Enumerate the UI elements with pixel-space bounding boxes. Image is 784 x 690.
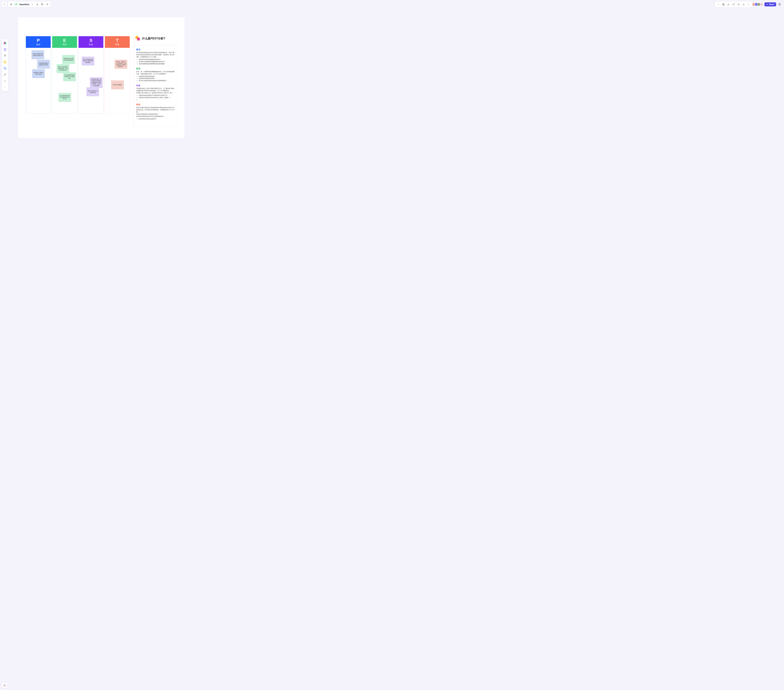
- sticky-note[interactable]: 疫情的品牌认知度对市场份额的影响: [62, 55, 75, 64]
- column-label: 经济: [63, 43, 67, 46]
- section-line: 目标客户的习惯是什么？这里是否与市场人口统计学一致？: [136, 92, 173, 94]
- tag-icon: [41, 3, 44, 6]
- explanation-section-social: 社会 市场调查包括人口统计学细节和用户行为。为了更好地了解社会因素对客户和业务关…: [136, 84, 175, 101]
- explanation-logo-icon: [135, 36, 140, 41]
- left-toolbar: [2, 39, 8, 91]
- column-social[interactable]: S 社会 生活方式改变导致在线客户数量的增加或减少 职业道德问题，如不负责任的采…: [78, 36, 104, 114]
- play-circle-icon: [722, 3, 725, 6]
- frame-tool[interactable]: [3, 47, 8, 53]
- column-letter: P: [37, 38, 40, 43]
- section-line: 是否有你或你的竞争对手可以使用的新技术？: [136, 115, 165, 117]
- section-heading: 经济: [136, 67, 175, 70]
- section-line: 是否有任何影响你行业的技术变化？: [136, 114, 159, 115]
- sticky-note[interactable]: 生活方式改变导致在线客户数量的增加或减少: [82, 57, 94, 65]
- sync-status-icon: [14, 2, 18, 7]
- avatar[interactable]: [760, 3, 763, 6]
- section-bullet: 是否有影响当前社会的技术？: [139, 118, 175, 120]
- section-bullet: 当前的文化态度对你的业务有什么影响（如果有）？: [139, 97, 175, 99]
- section-bullet: [139, 99, 175, 101]
- hamburger-icon: [10, 3, 12, 6]
- section-bullet: 是否有需要考虑的消费者和雇员保护措施？: [139, 63, 175, 65]
- expand-panel-button[interactable]: [716, 2, 721, 7]
- text-icon: [3, 54, 7, 57]
- svg-point-3: [42, 4, 42, 4]
- menu-button[interactable]: [9, 2, 13, 7]
- sticky-note[interactable]: 线上购物需求的增加使得下客户数量减少: [63, 72, 76, 81]
- share-label: Share: [769, 3, 774, 5]
- column-header-economic: E 经济: [52, 36, 77, 48]
- vote-button[interactable]: [741, 2, 746, 7]
- svg-point-29: [5, 87, 6, 87]
- explanation-section-economic: 经济 此外，另一个需要考虑的重要因素是经济。它不仅影响着消费习惯，也影响着商业运…: [136, 67, 175, 82]
- download-icon: [36, 3, 39, 6]
- more-tools[interactable]: [3, 84, 8, 90]
- sticky-note[interactable]: 移动支付的普及: [111, 81, 124, 89]
- comment-button[interactable]: [731, 2, 736, 7]
- connector-tool[interactable]: [3, 72, 8, 77]
- section-intro: 此外，另一个需要考虑的重要因素是经济。它不仅影响着消费习惯，也影响着商业运作。以…: [136, 71, 175, 75]
- tag-button[interactable]: [40, 2, 45, 7]
- column-letter: E: [63, 38, 66, 43]
- dots-icon: [3, 86, 7, 89]
- svg-point-14: [767, 4, 767, 4]
- canvas[interactable]: P 政治 当地法律法规与商业模式之间的冲突 不同地区的税收法规难易各不相同 某些…: [18, 17, 184, 138]
- right-toolbar: [715, 2, 752, 7]
- column-letter: T: [116, 38, 119, 43]
- user-plus-icon: [766, 3, 768, 5]
- sticky-note[interactable]: 当地法律法规与商业模式之间的冲突: [31, 50, 44, 59]
- collaborator-avatars[interactable]: O: [753, 3, 763, 6]
- svg-line-5: [48, 5, 48, 5]
- sticky-note[interactable]: 媒体大力渲染企业的质量问题: [86, 87, 99, 96]
- column-header-social: S 社会: [79, 36, 103, 48]
- section-bullet: 当前的经济趋势是怎样的？: [139, 77, 175, 80]
- help-button[interactable]: [777, 2, 782, 7]
- text-tool[interactable]: [3, 53, 8, 59]
- sticky-note-tool[interactable]: [3, 59, 8, 65]
- section-intro: 市场调查包括人口统计学细节和用户行为。为了更好地了解社会因素对客户和业务关系的影…: [136, 88, 175, 91]
- sticky-note[interactable]: 新的竞争者如雨后春笋般涌现，商业模式易被复制: [57, 64, 69, 73]
- search-button[interactable]: [45, 2, 50, 7]
- svg-point-31: [5, 685, 5, 686]
- explanation-section-political: 政治 各种法律法规以及政治会以不同的方式影响着企业。所以了解世界各地发生的事情对…: [136, 48, 175, 65]
- column-political[interactable]: P 政治 当地法律法规与商业模式之间的冲突 不同地区的税收法规难易各不相同 某些…: [26, 36, 51, 114]
- templates-tool[interactable]: [3, 40, 8, 46]
- svg-marker-7: [723, 4, 724, 5]
- chevron-left-icon: [3, 3, 5, 5]
- section-heading: 政治: [136, 48, 175, 51]
- explanation-body: 政治 各种法律法规以及政治会以不同的方式影响着企业。所以了解世界各地发生的事情对…: [133, 45, 178, 126]
- shape-tool[interactable]: [3, 66, 8, 71]
- doc-toolbar: boardmix: [8, 2, 51, 7]
- column-economic[interactable]: E 经济 疫情的品牌认知度对市场份额的影响 新的竞争者如雨后春笋般涌现，商业模式…: [52, 36, 77, 114]
- timer-icon: [737, 3, 740, 6]
- svg-point-4: [46, 3, 48, 5]
- download-button[interactable]: [35, 2, 40, 7]
- column-technology[interactable]: T 科技 5G技术，大数据，人工智能等等，极大地促进了电商消费的发展。 移动支付…: [105, 36, 130, 114]
- back-button[interactable]: [2, 2, 7, 7]
- sticky-note[interactable]: 经济的衰退导致客户选择更具性价比的产品: [58, 93, 71, 102]
- pen-tool[interactable]: [3, 78, 8, 84]
- doc-title-dropdown[interactable]: [30, 2, 35, 7]
- shape-icon: [3, 67, 7, 70]
- explanation-section-technology: 科技 技术可以通过对特定行业的影响或仅仅通过改变社会运作方式来影响企业。由于技术…: [136, 103, 175, 120]
- sticky-note[interactable]: 某些国家之间复杂的外交关系: [32, 69, 45, 78]
- more-tools-dropdown[interactable]: [746, 2, 751, 7]
- share-button[interactable]: Share: [764, 2, 776, 7]
- svg-point-26: [5, 68, 6, 70]
- pages-panel-button[interactable]: [2, 683, 7, 688]
- present-button[interactable]: [721, 2, 726, 7]
- chevron-right-icon: [718, 3, 720, 5]
- cloud-check-icon: [15, 3, 18, 6]
- timer-button[interactable]: [736, 2, 741, 7]
- sticky-note[interactable]: 5G技术，大数据，人工智能等等，极大地促进了电商消费的发展。: [115, 60, 127, 69]
- section-intro: 各种法律法规以及政治会以不同的方式影响着企业。所以了解世界各地发生的事情对企业来…: [136, 52, 175, 58]
- celebrate-button[interactable]: [726, 2, 731, 7]
- section-bullet: 是否有任何政府法规影响你的业务？: [139, 59, 175, 61]
- section-bullet: 客户的习惯是如何被当前的经济趋势影响的？: [139, 80, 175, 82]
- pen-icon: [3, 79, 7, 82]
- sticky-note-icon: [3, 61, 7, 64]
- column-header-political: P 政治: [26, 36, 51, 48]
- doc-title[interactable]: boardmix: [19, 3, 30, 6]
- sticky-note[interactable]: 职业道德问题，如不负责任的采购或不准确的信息造成不良影响，危害了企业的形象: [90, 77, 102, 88]
- chevron-down-icon: [31, 3, 33, 5]
- sticky-note[interactable]: 不同地区的税收法规难易各不相同: [37, 60, 50, 69]
